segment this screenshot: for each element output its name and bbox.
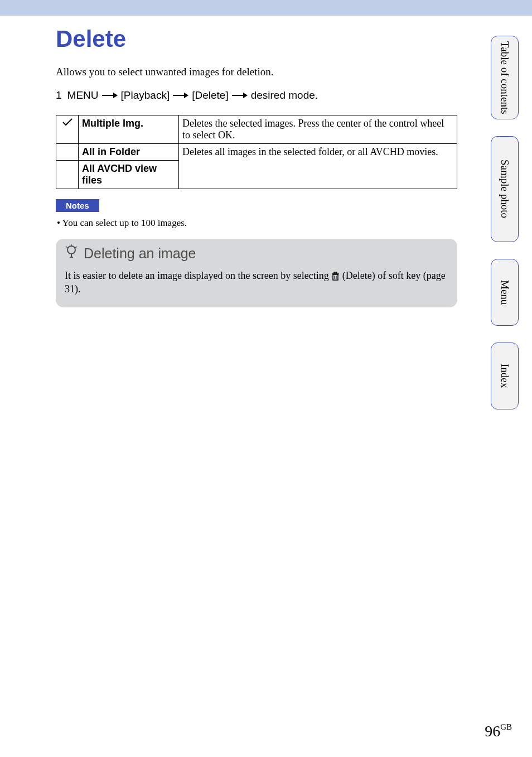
checkmark-icon — [62, 118, 73, 129]
arrow-right-icon — [173, 92, 188, 99]
top-bar — [0, 0, 532, 16]
svg-rect-12 — [333, 274, 338, 280]
side-tabs: Table of contents Sample photo Menu Inde… — [491, 36, 519, 409]
option-label: All in Folder — [79, 144, 179, 161]
option-desc: Deletes the selected images. Press the c… — [179, 115, 457, 144]
arrow-right-icon — [102, 92, 118, 99]
svg-line-10 — [75, 247, 77, 248]
svg-marker-5 — [243, 93, 248, 98]
svg-rect-14 — [334, 272, 337, 274]
check-cell — [56, 115, 79, 144]
svg-point-6 — [67, 246, 75, 254]
main-content: Delete Allows you to select unwanted ima… — [0, 16, 463, 307]
step-part: MENU — [67, 89, 99, 102]
notes-label: Notes — [56, 199, 99, 212]
options-table: Multiple Img. Deletes the selected image… — [56, 115, 457, 189]
check-cell — [56, 161, 79, 189]
tab-index[interactable]: Index — [491, 343, 519, 409]
svg-marker-3 — [184, 93, 188, 98]
intro-text: Allows you to select unwanted images for… — [56, 66, 463, 78]
check-cell — [56, 144, 79, 161]
table-row: Multiple Img. Deletes the selected image… — [56, 115, 457, 144]
tab-sample-photo[interactable]: Sample photo — [491, 136, 519, 242]
tab-menu[interactable]: Menu — [491, 259, 519, 326]
step-part: [Delete] — [192, 89, 228, 102]
lightbulb-icon — [65, 244, 78, 262]
table-row: All in Folder Deletes all images in the … — [56, 144, 457, 161]
notes-section: Notes You can select up to 100 images. — [56, 199, 463, 229]
tip-title-text: Deleting an image — [84, 245, 196, 262]
note-item: You can select up to 100 images. — [57, 218, 463, 229]
page-title: Delete — [56, 26, 463, 52]
page-number: 96GB — [485, 722, 512, 740]
step-part: [Playback] — [121, 89, 170, 102]
page-number-value: 96 — [485, 722, 500, 740]
option-label: All AVCHD view files — [79, 161, 179, 189]
svg-line-9 — [66, 247, 67, 248]
trash-icon — [331, 272, 340, 281]
svg-marker-1 — [113, 93, 118, 98]
tip-body-before: It is easier to delete an image displaye… — [65, 270, 331, 281]
option-label: Multiple Img. — [79, 115, 179, 144]
tip-box: Deleting an image It is easier to delete… — [56, 239, 457, 307]
tab-table-of-contents[interactable]: Table of contents — [491, 36, 519, 119]
step-number: 1 — [56, 89, 62, 102]
option-desc: Deletes all images in the selected folde… — [179, 144, 457, 189]
tip-body: It is easier to delete an image displaye… — [65, 269, 448, 296]
tip-title-row: Deleting an image — [65, 244, 448, 262]
arrow-right-icon — [232, 92, 248, 99]
menu-path-step: 1 MENU [Playback] [Delete] desired mode. — [56, 89, 463, 102]
page-number-suffix: GB — [500, 722, 512, 731]
step-part: desired mode. — [251, 89, 318, 102]
